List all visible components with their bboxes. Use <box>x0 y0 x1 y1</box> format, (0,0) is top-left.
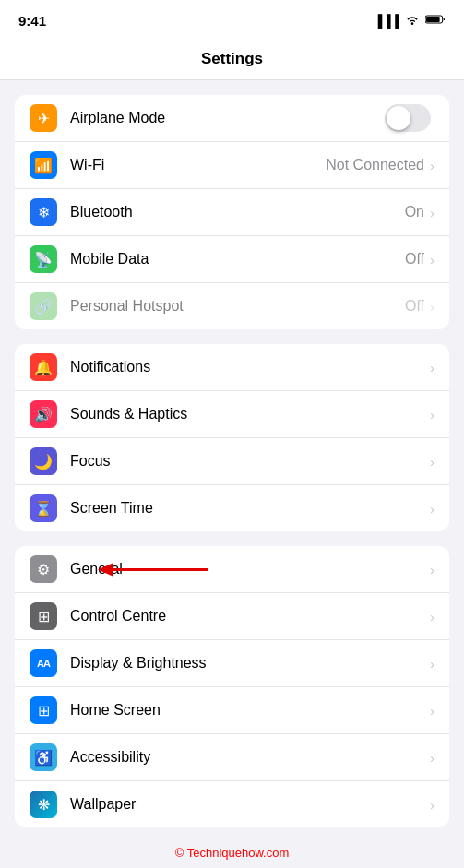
wifi-status-icon <box>405 14 420 28</box>
wifi-value: Not Connected <box>326 157 424 173</box>
wifi-label: Wi-Fi <box>70 157 326 173</box>
screen-time-icon: ⌛ <box>30 494 57 522</box>
bluetooth-value: On <box>405 204 424 220</box>
personal-hotspot-chevron: › <box>430 299 434 315</box>
svg-rect-1 <box>426 17 440 22</box>
wallpaper-icon: ❋ <box>30 791 57 818</box>
display-brightness-chevron: › <box>430 656 434 672</box>
notifications-icon: 🔔 <box>30 353 57 381</box>
focus-icon: 🌙 <box>30 447 57 475</box>
status-bar: 9:41 ▐▐▐ <box>0 0 464 41</box>
settings-container: ✈Airplane Mode📶Wi-FiNot Connected›❄Bluet… <box>0 95 464 827</box>
setting-row-focus[interactable]: 🌙Focus› <box>15 438 449 485</box>
control-centre-label: Control Centre <box>70 608 430 624</box>
general-label: General <box>70 561 430 577</box>
display-brightness-icon: AA <box>30 649 57 677</box>
mobile-data-label: Mobile Data <box>70 251 405 268</box>
airplane-mode-toggle[interactable] <box>385 104 431 132</box>
display-brightness-label: Display & Brightness <box>70 655 430 672</box>
focus-label: Focus <box>70 453 430 470</box>
setting-row-sounds-haptics[interactable]: 🔊Sounds & Haptics› <box>15 391 449 438</box>
setting-row-mobile-data[interactable]: 📡Mobile DataOff› <box>15 236 449 283</box>
status-time: 9:41 <box>18 13 46 29</box>
sounds-haptics-icon: 🔊 <box>30 400 57 428</box>
airplane-mode-icon: ✈ <box>30 104 57 132</box>
status-icons: ▐▐▐ <box>374 14 446 28</box>
signal-icon: ▐▐▐ <box>374 14 399 28</box>
wallpaper-chevron: › <box>430 797 434 813</box>
airplane-mode-label: Airplane Mode <box>70 110 385 126</box>
focus-chevron: › <box>430 454 434 470</box>
accessibility-icon: ♿ <box>30 743 57 771</box>
accessibility-label: Accessibility <box>70 749 430 766</box>
setting-row-accessibility[interactable]: ♿Accessibility› <box>15 734 449 781</box>
home-screen-chevron: › <box>430 703 434 719</box>
wifi-icon: 📶 <box>30 151 57 179</box>
bluetooth-chevron: › <box>430 205 434 220</box>
control-centre-icon: ⊞ <box>30 602 57 630</box>
settings-group-connectivity: ✈Airplane Mode📶Wi-FiNot Connected›❄Bluet… <box>15 95 449 329</box>
setting-row-screen-time[interactable]: ⌛Screen Time› <box>15 485 449 531</box>
setting-row-display-brightness[interactable]: AADisplay & Brightness› <box>15 640 449 687</box>
control-centre-chevron: › <box>430 609 434 624</box>
accessibility-chevron: › <box>430 750 434 766</box>
general-icon: ⚙ <box>30 555 57 583</box>
general-chevron: › <box>430 562 434 577</box>
settings-group-system1: 🔔Notifications›🔊Sounds & Haptics›🌙Focus›… <box>15 344 449 531</box>
setting-row-personal-hotspot[interactable]: 🔗Personal HotspotOff› <box>15 283 449 329</box>
personal-hotspot-icon: 🔗 <box>30 292 57 320</box>
sounds-haptics-chevron: › <box>430 407 434 422</box>
notifications-label: Notifications <box>70 359 430 375</box>
page-header: Settings <box>0 41 464 80</box>
bluetooth-icon: ❄ <box>30 198 57 226</box>
setting-row-bluetooth[interactable]: ❄BluetoothOn› <box>15 189 449 236</box>
bluetooth-label: Bluetooth <box>70 204 405 220</box>
screen-time-chevron: › <box>430 501 434 517</box>
personal-hotspot-label: Personal Hotspot <box>70 298 405 315</box>
mobile-data-icon: 📡 <box>30 245 57 273</box>
wallpaper-label: Wallpaper <box>70 796 430 813</box>
setting-row-notifications[interactable]: 🔔Notifications› <box>15 344 449 391</box>
sounds-haptics-label: Sounds & Haptics <box>70 406 430 422</box>
home-screen-label: Home Screen <box>70 702 430 719</box>
wifi-chevron: › <box>430 158 434 173</box>
battery-icon <box>425 14 446 28</box>
home-screen-icon: ⊞ <box>30 696 57 724</box>
notifications-chevron: › <box>430 360 434 375</box>
setting-row-general[interactable]: ⚙General› <box>15 546 449 593</box>
screen-time-label: Screen Time <box>70 500 430 517</box>
mobile-data-chevron: › <box>430 252 434 268</box>
watermark: © Techniquehow.com <box>0 842 464 867</box>
setting-row-airplane-mode[interactable]: ✈Airplane Mode <box>15 95 449 142</box>
page-title: Settings <box>201 50 263 67</box>
settings-group-system2: ⚙General›⊞Control Centre›AADisplay & Bri… <box>15 546 449 827</box>
setting-row-control-centre[interactable]: ⊞Control Centre› <box>15 593 449 640</box>
personal-hotspot-value: Off <box>405 298 424 315</box>
setting-row-wallpaper[interactable]: ❋Wallpaper› <box>15 781 449 827</box>
setting-row-wifi[interactable]: 📶Wi-FiNot Connected› <box>15 142 449 189</box>
setting-row-home-screen[interactable]: ⊞Home Screen› <box>15 687 449 734</box>
mobile-data-value: Off <box>405 251 424 268</box>
